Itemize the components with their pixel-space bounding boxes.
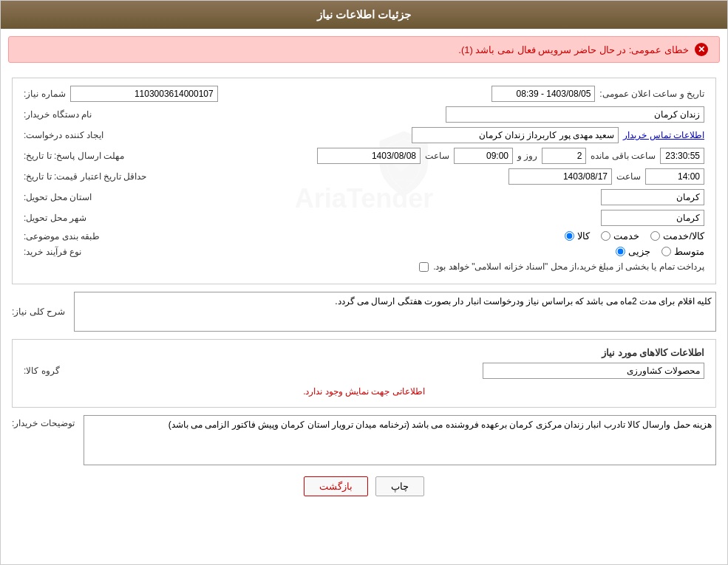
date-input[interactable] [491,86,595,102]
form-section: تاریخ و ساعت اعلان عمومی: شماره نیاز: نا… [12,78,716,284]
row-request-date: تاریخ و ساعت اعلان عمومی: شماره نیاز: [24,86,704,102]
category-kala-text: کالا [577,230,590,242]
reply-date-input[interactable] [317,148,421,164]
reply-days-label: روز و [517,151,537,161]
row-delivery-city: شهر محل تحویل: [24,210,704,226]
delivery-province-input[interactable] [601,189,704,205]
main-content: AriaTender AriaTender تاریخ و ساعت اعلان… [1,70,727,515]
no-info-message: اطلاعاتی جهت نمایش وجود ندارد. [24,383,704,400]
row-payment: پرداخت تمام یا بخشی از مبلغ خرید،از محل … [24,261,704,272]
buyer-station-input[interactable] [446,106,704,123]
purchase-jozi-text: جزیی [628,246,650,257]
goods-group-row: گروه کالا: [24,363,704,379]
request-number-label: شماره نیاز: [24,89,66,99]
reply-deadline-label: مهلت ارسال پاسخ: تا تاریخ: [24,151,124,161]
purchase-jozi-label[interactable]: جزیی [616,246,650,257]
category-khadamat-label[interactable]: خدمت [601,230,639,242]
purchase-motavaset-radio[interactable] [661,247,671,256]
category-kala-khadamat-radio[interactable] [650,231,660,241]
purchase-motavaset-label[interactable]: متوسط [661,246,704,257]
category-khadamat-radio[interactable] [601,231,610,241]
buyer-station-label: نام دستگاه خریدار: [24,109,92,120]
goods-group-label: گروه کالا: [24,366,60,376]
button-row: چاپ بازگشت [12,476,716,496]
request-number-input[interactable] [70,86,218,102]
creator-label: ایجاد کننده درخواست: [24,130,103,140]
general-desc-row: شرح کلی نیاز: [12,292,716,332]
category-label: طبقه بندی موضوعی: [24,231,100,242]
buyer-desc-row: توضیحات خریدار: [12,415,716,465]
reply-time-label: ساعت [425,151,449,161]
back-button[interactable]: بازگشت [304,476,368,496]
category-kala-khadamat-label[interactable]: کالا/خدمت [650,230,704,242]
row-delivery-province: استان محل تحویل: [24,189,704,205]
creator-input[interactable] [412,127,619,143]
reply-time-input[interactable] [454,148,513,164]
delivery-city-input[interactable] [601,210,704,226]
reply-days-input[interactable] [542,148,586,164]
buyer-desc-section: توضیحات خریدار: [12,415,716,465]
error-message: خطای عمومی: در حال حاضر سرویس فعال نمی ب… [458,44,689,55]
delivery-city-label: شهر محل تحویل: [24,213,86,223]
error-bar: ✕ خطای عمومی: در حال حاضر سرویس فعال نمی… [8,36,720,63]
reply-remaining-input[interactable] [660,148,704,164]
contact-info-link[interactable]: اطلاعات تماس خریدار [623,130,704,140]
price-validity-time-input[interactable] [645,168,704,185]
price-validity-label: حداقل تاریخ اعتبار قیمت: تا تاریخ: [24,171,146,182]
category-kala-khadamat-text: کالا/خدمت [663,230,704,242]
price-validity-date-input[interactable] [508,168,612,185]
category-kala-label[interactable]: کالا [565,230,590,242]
row-buyer-station: نام دستگاه خریدار: [24,106,704,123]
delivery-province-label: استان محل تحویل: [24,192,92,202]
row-creator: اطلاعات تماس خریدار ایجاد کننده درخواست: [24,127,704,143]
goods-info-section: اطلاعات کالاهای مورد نیاز گروه کالا: اطل… [12,339,716,408]
page-title: جزئیات اطلاعات نیاز [317,8,411,21]
buyer-desc-textarea[interactable] [84,415,716,465]
category-khadamat-text: خدمت [613,230,639,242]
purchase-motavaset-text: متوسط [674,246,704,257]
general-desc-section: شرح کلی نیاز: [12,292,716,332]
price-validity-time-label: ساعت [616,171,641,182]
row-price-validity: ساعت حداقل تاریخ اعتبار قیمت: تا تاریخ: [24,168,704,185]
reply-remaining-label: ساعت باقی مانده [591,151,656,161]
category-kala-radio[interactable] [565,231,574,241]
page-header: جزئیات اطلاعات نیاز [1,1,727,29]
print-button[interactable]: چاپ [375,476,424,496]
error-icon: ✕ [695,43,708,56]
row-purchase-type: متوسط جزیی نوع فرآیند خرید: [24,246,704,257]
goods-group-input[interactable] [483,363,704,379]
purchase-jozi-radio[interactable] [616,247,625,256]
row-reply-deadline: ساعت باقی مانده روز و ساعت مهلت ارسال پا… [24,148,704,164]
payment-checkbox-label: پرداخت تمام یا بخشی از مبلغ خرید،از محل … [433,261,704,272]
category-radio-group: کالا/خدمت خدمت کالا [565,230,704,242]
goods-info-title: اطلاعات کالاهای مورد نیاز [24,347,704,358]
general-desc-textarea[interactable] [74,292,716,332]
row-category: کالا/خدمت خدمت کالا طبقه بندی [24,230,704,242]
date-label: تاریخ و ساعت اعلان عمومی: [599,89,704,99]
purchase-type-radio-group: متوسط جزیی [616,246,704,257]
buyer-desc-label: توضیحات خریدار: [12,418,75,428]
general-desc-label: شرح کلی نیاز: [12,307,65,317]
payment-checkbox[interactable] [419,262,429,272]
page-wrapper: جزئیات اطلاعات نیاز ✕ خطای عمومی: در حال… [0,0,728,565]
purchase-type-label: نوع فرآیند خرید: [24,247,81,257]
